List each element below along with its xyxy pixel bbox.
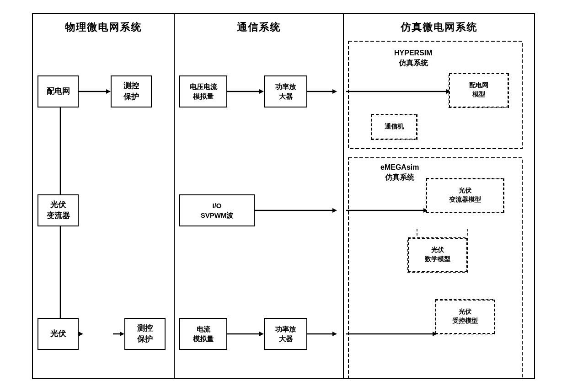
physical-column: 物理微电网系统 配电网 (33, 14, 175, 378)
physical-area: 配电网 测控保护 光伏变流器 光伏 测控保护 (33, 39, 174, 378)
emegasim-label: eMEGAsim仿真系统 (380, 162, 419, 183)
distribution-model-box: 配电网模型 (449, 73, 508, 107)
comm-area: 电压电流模拟量 功率放大器 I/OSVPWM波 电流模拟量 功率放大器 (175, 39, 343, 378)
svg-marker-6 (79, 332, 83, 336)
distribution-box: 配电网 (37, 75, 79, 107)
pv-math-model-box: 光伏数学模型 (408, 238, 467, 272)
svg-marker-10 (259, 89, 264, 94)
monitor1-box: 测控保护 (111, 75, 152, 107)
io-svpwm-box: I/OSVPWM波 (179, 194, 255, 226)
comm-header: 通信系统 (175, 14, 343, 39)
hypersim-label: HYPERSIM仿真系统 (394, 48, 433, 69)
svg-marker-12 (332, 89, 337, 94)
sim-header: 仿真微电网系统 (344, 14, 534, 39)
svg-marker-8 (120, 332, 124, 336)
pv-inverter-model-box: 光伏变流器模型 (426, 178, 504, 213)
pv-box: 光伏 (37, 318, 79, 350)
sim-area: HYPERSIM仿真系统 配电网模型 通信机 eMEGAsim仿真系统 光伏变流… (344, 39, 534, 378)
comm-column: 通信系统 电压电流模拟量 (175, 14, 344, 378)
monitor2-box: 测控保护 (124, 318, 166, 350)
svg-marker-1 (106, 89, 111, 94)
pv-inverter-box: 光伏变流器 (37, 194, 79, 226)
power-amp2-box: 功率放大器 (264, 318, 307, 350)
physical-header: 物理微电网系统 (33, 14, 174, 39)
diagram-wrapper: 物理微电网系统 配电网 (32, 13, 535, 379)
comm-machine-box: 通信机 (371, 114, 417, 140)
pv-controlled-model-box: 光伏受控模型 (435, 300, 495, 334)
power-amp1-box: 功率放大器 (264, 75, 307, 107)
sim-column: 仿真微电网系统 (344, 14, 534, 378)
svg-marker-16 (259, 332, 264, 336)
svg-marker-14 (332, 208, 337, 213)
svg-marker-18 (332, 332, 337, 336)
current-sim-box: 电流模拟量 (179, 318, 227, 350)
voltage-current-box: 电压电流模拟量 (179, 75, 227, 107)
